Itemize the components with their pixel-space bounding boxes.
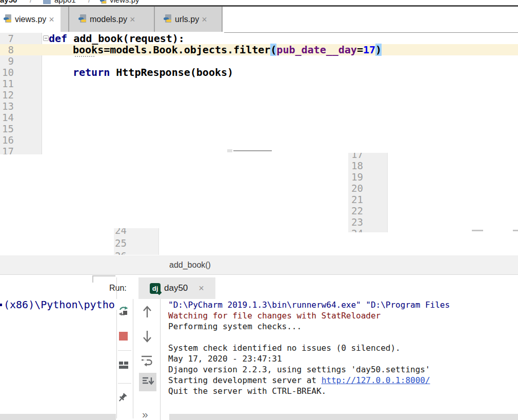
number-literal: 17 — [363, 44, 375, 56]
console-line: Performing system checks... — [168, 321, 302, 332]
stop-icon[interactable] — [119, 332, 128, 341]
scroll-to-end-icon[interactable] — [142, 376, 154, 388]
line-number: 21 — [351, 194, 363, 205]
editor-tab-bar: views.py × models.py × urls.py × — [0, 7, 223, 32]
toolbar-separator — [118, 350, 131, 351]
toolbar-separator — [118, 383, 131, 384]
django-icon: dj — [150, 283, 161, 294]
method-header-bar: add_book() — [0, 255, 518, 275]
code-fold-marker[interactable] — [43, 35, 49, 41]
typo-squiggle — [75, 54, 94, 57]
matched-paren-open: ( — [270, 44, 276, 56]
console-text: Starting development server at — [168, 375, 322, 385]
code-line-7: def add_book(request): — [49, 33, 185, 44]
console-line: Quit the server with CTRL-BREAK. — [168, 386, 326, 396]
run-tab-label: day50 — [164, 283, 188, 293]
server-url-link[interactable]: http://127.0.0.1:8000/ — [322, 375, 430, 385]
close-icon[interactable]: × — [130, 15, 135, 24]
soft-wrap-icon[interactable] — [140, 354, 153, 367]
down-stack-icon[interactable] — [142, 330, 153, 343]
console-line: Django version 2.2.3, using settings 'da… — [168, 364, 430, 375]
pycharm-window: ay50 / app01 / views.py views.py × model… — [0, 0, 518, 420]
close-icon[interactable]: × — [202, 15, 207, 24]
code-text: HttpResponse(books) — [110, 66, 233, 78]
horizontal-scrollbar[interactable] — [0, 414, 116, 420]
line-number: 9 — [0, 55, 14, 67]
floating-gutter-b: 24 25 26 — [114, 228, 159, 255]
line-number: 26 — [115, 250, 127, 255]
line-number: 14 — [0, 112, 14, 123]
ui-fragment — [227, 149, 232, 152]
panel-divider — [116, 310, 117, 418]
toolbar-divider — [133, 299, 133, 418]
tab-views-py[interactable]: views.py × — [0, 7, 61, 32]
tab-models-py[interactable]: models.py × — [69, 7, 154, 32]
line-number: 12 — [0, 89, 14, 101]
line-number: 23 — [351, 216, 363, 228]
line-number: 7 — [0, 33, 14, 44]
ui-fragment — [472, 230, 483, 231]
line-number: 10 — [0, 67, 14, 78]
console-fragment-text: (x86)\Python\pytho — [4, 299, 115, 310]
close-icon[interactable]: × — [198, 284, 204, 293]
python-file-icon — [163, 14, 172, 25]
console-stderr-line: Watching for file changes with StatReloa… — [168, 310, 381, 321]
more-options-chevron[interactable]: » — [142, 408, 148, 420]
ui-fragment — [0, 304, 2, 306]
console-line: May 17, 2020 - 23:47:31 — [168, 353, 282, 364]
folder-icon — [43, 0, 51, 4]
line-number: 13 — [0, 101, 14, 112]
breadcrumb-project[interactable]: ay50 — [0, 0, 17, 4]
line-number: 15 — [0, 123, 14, 134]
method-name-label: add_book() — [169, 255, 211, 275]
console-divider — [160, 299, 161, 420]
horizontal-scrollbar[interactable] — [169, 414, 518, 420]
code-text: = — [357, 44, 363, 56]
line-number: 22 — [351, 205, 363, 216]
keyword-def: def — [49, 33, 67, 45]
python-file-icon — [3, 14, 12, 25]
line-number: 11 — [0, 78, 14, 89]
floating-gutter-a: 17 18 19 20 21 22 23 24 — [348, 153, 388, 232]
breadcrumb-folder[interactable]: app01 — [54, 0, 76, 4]
run-panel-title: Run: — [109, 277, 127, 299]
rerun-icon[interactable] — [118, 306, 129, 316]
line-number: 24 — [351, 228, 363, 232]
tab-label: views.py — [15, 15, 46, 24]
line-number: 17 — [0, 146, 14, 154]
line-number: 8 — [0, 44, 14, 55]
tab-separator — [222, 7, 223, 32]
line-number: 19 — [351, 171, 363, 183]
keyword-return: return — [73, 66, 110, 78]
close-icon[interactable]: × — [49, 15, 54, 24]
code-line-10: return HttpResponse(books) — [73, 67, 233, 78]
line-number: 25 — [115, 237, 127, 249]
console-line: System check identified no issues (0 sil… — [168, 343, 401, 353]
tab-urls-py[interactable]: urls.py × — [155, 7, 222, 32]
ui-fragment — [233, 150, 272, 151]
line-number: 18 — [351, 160, 363, 171]
python-file-icon — [99, 0, 107, 5]
line-number: 20 — [351, 183, 363, 194]
line-number: 16 — [0, 134, 14, 146]
line-number: 17 — [351, 153, 363, 160]
line-number: 24 — [115, 228, 127, 236]
console-overlay-fragment: (x86)\Python\pytho — [0, 299, 118, 310]
breadcrumb-file[interactable]: views.py — [110, 0, 140, 4]
breadcrumb-separator: / — [30, 0, 32, 4]
pin-icon[interactable] — [117, 393, 128, 404]
run-tab-day50[interactable]: dj day50 × — [138, 277, 215, 299]
python-file-icon — [78, 14, 87, 25]
console-output[interactable]: "D:\PyCharm 2019.1.3\bin\runnerw64.exe" … — [168, 299, 518, 412]
console-line: Starting development server at http://12… — [168, 375, 430, 386]
ui-fragment — [92, 275, 115, 276]
restore-layout-icon[interactable] — [118, 361, 129, 370]
code-line-8: books=models.Book.objects.filter(pub_dat… — [73, 44, 382, 55]
code-text: add_book(request): — [67, 33, 185, 45]
code-editor[interactable]: 7 8 9 10 11 12 13 14 15 16 17 def add_bo… — [0, 33, 518, 154]
up-stack-icon[interactable] — [142, 305, 153, 318]
keyword-argument: pub_date__day — [276, 44, 357, 56]
ui-fragment — [92, 275, 93, 283]
tab-label: models.py — [90, 15, 127, 24]
matched-paren-close: ) — [375, 44, 382, 56]
